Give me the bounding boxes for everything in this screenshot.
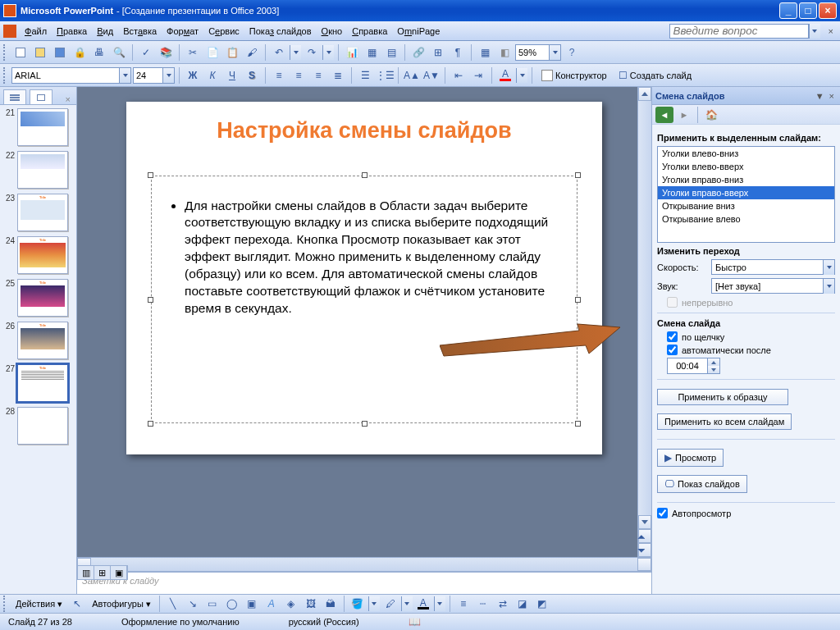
spelling-button[interactable]: ✓ (137, 43, 155, 62)
font-name-input[interactable] (12, 68, 119, 83)
window-minimize-button[interactable]: _ (779, 2, 797, 19)
shadow-style-button[interactable]: ◪ (514, 595, 532, 613)
task-pane-close-button[interactable]: × (827, 91, 837, 101)
paste-button[interactable]: 📋 (223, 43, 241, 62)
undo-button[interactable]: ↶ (270, 43, 288, 62)
new-button[interactable] (11, 43, 30, 62)
slide-thumbnail[interactable]: Title (17, 364, 68, 402)
scroll-right-button[interactable] (637, 558, 651, 571)
diagram-button[interactable]: ◈ (282, 595, 300, 613)
research-button[interactable]: 📚 (157, 43, 175, 62)
transition-item[interactable]: Уголки влево-вниз (658, 147, 834, 160)
powerpoint-icon[interactable] (3, 25, 16, 38)
transition-item[interactable]: Уголки вправо-вверх (658, 186, 834, 199)
menu-slideshow[interactable]: Показ слайдов (244, 24, 317, 39)
print-button[interactable]: 🖶 (90, 43, 108, 62)
time-increase[interactable] (708, 358, 719, 366)
time-decrease[interactable] (708, 366, 719, 373)
zoom-dropdown[interactable] (549, 45, 560, 60)
line-style-button[interactable]: ≡ (454, 595, 472, 613)
fill-color-button[interactable]: 🪣 (349, 595, 367, 613)
slide-thumbnail[interactable] (17, 151, 68, 189)
task-pane-home-button[interactable]: 🏠 (702, 107, 720, 123)
line-color-button[interactable]: 🖊 (381, 595, 399, 613)
font-color-button[interactable]: A (496, 66, 514, 84)
apply-to-all-button[interactable]: Применить ко всем слайдам (657, 413, 792, 430)
sound-select[interactable]: [Нет звука] (711, 278, 835, 294)
underline-button[interactable]: Ч (223, 66, 241, 84)
task-pane-forward-button[interactable]: ► (675, 107, 693, 123)
align-justify-button[interactable]: ≣ (329, 66, 347, 84)
align-right-button[interactable]: ≡ (309, 66, 327, 84)
print-preview-button[interactable]: 🔍 (110, 43, 128, 62)
format-painter-button[interactable]: 🖌 (243, 43, 261, 62)
previous-slide-button[interactable]: ⏶ (638, 529, 651, 543)
insert-chart-button[interactable]: 📊 (343, 43, 361, 62)
transition-item[interactable]: Открывание вниз (658, 199, 834, 212)
arrow-tool[interactable]: ↘ (184, 595, 202, 613)
insert-hyperlink-button[interactable]: 🔗 (409, 43, 427, 62)
apply-to-master-button[interactable]: Применить к образцу (657, 389, 788, 405)
notes-pane[interactable]: Заметки к слайду (77, 571, 651, 594)
slide-thumbnail[interactable]: Title (17, 322, 68, 359)
toolbar-handle[interactable] (3, 67, 7, 84)
font-name-dropdown[interactable] (119, 68, 130, 83)
autoshapes-menu[interactable]: Автофигуры▾ (88, 597, 155, 611)
resize-handle[interactable] (362, 421, 368, 427)
bullets-button[interactable]: ⋮☰ (376, 66, 394, 84)
increase-font-button[interactable]: A▲ (403, 66, 421, 84)
increase-indent-button[interactable]: ⇥ (469, 66, 487, 84)
status-language[interactable]: русский (Россия) (289, 617, 359, 627)
font-size-control[interactable] (133, 67, 175, 84)
menu-format[interactable]: Формат (162, 24, 203, 39)
line-tool[interactable]: ╲ (164, 595, 182, 613)
menu-omnipage[interactable]: OmniPage (392, 24, 445, 39)
show-grid-button[interactable]: ▦ (476, 43, 494, 62)
slide-thumbnail[interactable]: Title (17, 236, 68, 274)
auto-after-time-input[interactable] (668, 358, 707, 373)
menu-tools[interactable]: Сервис (203, 24, 244, 39)
redo-dropdown[interactable] (322, 45, 334, 60)
menu-insert[interactable]: Вставка (118, 24, 162, 39)
insert-picture-button[interactable]: 🏔 (322, 595, 340, 613)
panel-close-button[interactable]: × (63, 94, 73, 104)
clipart-button[interactable]: 🖼 (302, 595, 320, 613)
slide-thumbnails[interactable]: 212223Title24Title25Title26Title27Title2… (0, 105, 76, 594)
oval-tool[interactable]: ◯ (223, 595, 241, 613)
save-button[interactable] (51, 43, 69, 62)
textbox-tool[interactable]: ▣ (243, 595, 261, 613)
help-question-input[interactable] (669, 24, 809, 39)
actions-menu[interactable]: Действия▾ (11, 597, 66, 611)
speed-select[interactable]: Быстро (711, 259, 835, 275)
select-objects-button[interactable]: ↖ (68, 595, 86, 613)
menu-window[interactable]: Окно (317, 24, 348, 39)
slide-design-button[interactable]: Конструктор (536, 66, 612, 84)
resize-handle[interactable] (575, 297, 581, 303)
auto-after-time-spinner[interactable] (667, 358, 720, 374)
status-spelling-icon[interactable]: 📖 (409, 616, 421, 628)
slide-thumbnail[interactable]: Title (17, 279, 68, 317)
normal-view-button[interactable]: ▥ (78, 566, 94, 579)
slide-body-text[interactable]: Для настройки смены слайдов в Области за… (185, 198, 565, 317)
slides-tab[interactable] (30, 89, 52, 104)
slide-thumbnail[interactable] (17, 108, 68, 146)
transitions-listbox[interactable]: Уголки влево-внизУголки влево-вверхУголк… (657, 146, 835, 243)
menu-edit[interactable]: Правка (52, 24, 92, 39)
help-question-dropdown[interactable] (809, 24, 820, 39)
bold-button[interactable]: Ж (184, 66, 202, 84)
resize-handle[interactable] (148, 421, 153, 427)
tables-borders-button[interactable]: ▤ (382, 43, 400, 62)
font-size-dropdown[interactable] (162, 68, 174, 83)
zoom-input[interactable] (516, 45, 549, 60)
new-slide-button[interactable]: ☐ Создать слайд (614, 66, 696, 84)
permission-button[interactable]: 🔒 (71, 43, 89, 62)
align-center-button[interactable]: ≡ (290, 66, 308, 84)
shadow-button[interactable]: S (243, 66, 261, 84)
slide-sorter-view-button[interactable]: ⊞ (94, 566, 111, 579)
open-button[interactable] (31, 43, 49, 62)
resize-handle[interactable] (575, 172, 581, 178)
undo-dropdown[interactable] (290, 45, 301, 60)
decrease-font-button[interactable]: A▼ (422, 66, 441, 84)
resize-handle[interactable] (148, 297, 153, 303)
decrease-indent-button[interactable]: ⇤ (450, 66, 468, 84)
